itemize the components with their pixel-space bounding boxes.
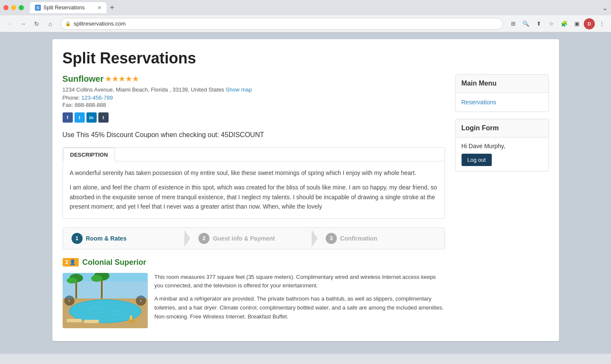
image-next-button[interactable]: ›: [136, 295, 146, 306]
translate-button[interactable]: ⊞: [507, 18, 519, 30]
address-bar[interactable]: 🔒 splitreservations.com: [60, 18, 503, 30]
page-wrapper: Split Reservations Sunflower ★ ★ ★ ★ ★: [0, 32, 611, 354]
logout-button[interactable]: Log out: [462, 154, 492, 166]
step-2-number: 2: [198, 233, 209, 244]
address-text: splitreservations.com: [74, 20, 126, 27]
star-4: ★: [126, 75, 132, 83]
sidebar: Main Menu Reservations Login Form Hi Dav…: [455, 74, 549, 328]
hotel-address: 1234 Collins Avenue, Miami Beach, Florid…: [63, 86, 445, 93]
hotel-phone: Phone: 123-456-789: [63, 95, 445, 101]
main-card: Split Reservations Sunflower ★ ★ ★ ★ ★: [52, 39, 559, 341]
tab-content: A wonderful serenity has taken possessio…: [63, 161, 445, 218]
image-prev-button[interactable]: ‹: [64, 295, 75, 306]
browser-window: S Split Reservations ✕ + ⌄ ← → ↻ ⌂ 🔒 spl…: [0, 0, 611, 364]
tab-label: Split Reservations: [43, 5, 85, 11]
star-2: ★: [112, 75, 118, 83]
minimize-window-button[interactable]: [11, 5, 16, 10]
window-controls: [3, 5, 24, 10]
step-3-number: 3: [326, 233, 337, 244]
room-name: Colonial Superior: [82, 258, 146, 267]
star-rating: ★ ★ ★ ★ ★: [105, 75, 138, 83]
phone-link[interactable]: 123-456-789: [81, 95, 113, 101]
login-form-body: Hi Dave Murphy, Log out: [456, 138, 548, 171]
room-capacity-badge: 2 👤: [63, 258, 79, 267]
zoom-button[interactable]: 🔍: [520, 18, 532, 30]
address-text: 1234 Collins Avenue, Miami Beach, Florid…: [63, 86, 224, 93]
tab-menu-button[interactable]: ⌄: [602, 4, 608, 12]
step-1-number: 1: [72, 233, 83, 244]
person-icon: 👤: [69, 259, 76, 265]
step-2: 2 Guest info & Payment: [190, 228, 317, 249]
hotel-fax: Fax: 888-888-888: [63, 102, 445, 108]
description-tab[interactable]: DESCRIPTION: [63, 148, 115, 161]
star-1: ★: [105, 75, 111, 83]
main-menu-title: Main Menu: [456, 75, 548, 93]
svg-point-4: [67, 278, 77, 284]
svg-rect-14: [84, 320, 99, 323]
room-description: This room measures 377 square feet (35 s…: [155, 273, 445, 328]
lock-icon: 🔒: [65, 21, 71, 26]
maximize-window-button[interactable]: [19, 5, 24, 10]
room-desc-p1: This room measures 377 square feet (35 s…: [155, 273, 445, 291]
forward-button[interactable]: →: [17, 18, 29, 30]
star-3: ★: [119, 75, 125, 83]
fax-label: Fax:: [63, 102, 73, 108]
room-image-svg: [63, 273, 148, 328]
user-greeting: Hi Dave Murphy,: [462, 143, 542, 149]
tabs-section: DESCRIPTION A wonderful serenity has tak…: [63, 147, 445, 219]
phone-label: Phone:: [63, 95, 80, 101]
login-form-title: Login Form: [456, 119, 548, 138]
reload-button[interactable]: ↻: [31, 18, 43, 30]
tab-close-button[interactable]: ✕: [98, 5, 101, 11]
bookmark-button[interactable]: ☆: [545, 18, 557, 30]
booking-steps: 1 Room & Rates 2 Guest info & Payment 3 …: [63, 227, 445, 249]
profile-avatar-button[interactable]: D: [584, 18, 595, 29]
content-layout: Sunflower ★ ★ ★ ★ ★ 1234 Collins Avenue,…: [63, 74, 549, 328]
social-icons: f t in t: [63, 112, 445, 123]
main-content: Sunflower ★ ★ ★ ★ ★ 1234 Collins Avenue,…: [63, 74, 445, 328]
tab-bar: S Split Reservations ✕ +: [30, 2, 116, 13]
tumblr-icon[interactable]: t: [98, 112, 109, 123]
fax-number: 888-888-888: [75, 102, 106, 108]
sidebar-toggle-button[interactable]: ▣: [571, 18, 583, 30]
hotel-name-section: Sunflower ★ ★ ★ ★ ★: [63, 74, 139, 84]
browser-tab-active[interactable]: S Split Reservations ✕: [30, 2, 106, 13]
more-options-button[interactable]: ⋮: [596, 18, 608, 30]
login-form-widget: Login Form Hi Dave Murphy, Log out: [455, 119, 549, 172]
step-3: 3 Confirmation: [317, 228, 445, 249]
browser-titlebar: S Split Reservations ✕ + ⌄: [0, 0, 611, 15]
facebook-icon[interactable]: f: [63, 112, 73, 123]
reservations-link[interactable]: Reservations: [462, 98, 542, 106]
svg-rect-16: [130, 315, 132, 320]
page-title: Split Reservations: [63, 49, 549, 67]
discount-text: Use This 45% Discount Coupon when checki…: [63, 131, 445, 139]
twitter-icon[interactable]: t: [75, 112, 85, 123]
step-1: 1 Room & Rates: [63, 228, 190, 249]
linkedin-icon[interactable]: in: [86, 112, 97, 123]
room-image-container: ‹ ›: [63, 273, 148, 328]
back-button[interactable]: ←: [3, 18, 15, 30]
room-layout: ‹ › This room measures 377 square feet (…: [63, 273, 445, 328]
room-header: 2 👤 Colonial Superior: [63, 258, 445, 267]
svg-rect-13: [67, 319, 82, 322]
room-capacity-number: 2: [66, 259, 69, 265]
main-menu-widget: Main Menu Reservations: [455, 74, 549, 112]
step-3-label: Confirmation: [340, 235, 377, 242]
room-desc-p2: A minibar and a refrigerator are provide…: [155, 295, 445, 321]
step-1-label: Room & Rates: [86, 235, 127, 242]
share-button[interactable]: ⬆: [533, 18, 545, 30]
main-menu-body: Reservations: [456, 93, 548, 112]
svg-point-7: [91, 275, 102, 282]
new-tab-button[interactable]: +: [108, 3, 116, 12]
show-map-link[interactable]: Show map: [226, 86, 252, 93]
home-button[interactable]: ⌂: [44, 18, 56, 30]
close-window-button[interactable]: [3, 5, 9, 10]
hotel-name: Sunflower: [63, 74, 104, 84]
browser-toolbar: ← → ↻ ⌂ 🔒 splitreservations.com ⊞ 🔍 ⬆ ☆ …: [0, 15, 611, 32]
extensions-button[interactable]: 🧩: [558, 18, 570, 30]
description-p1: A wonderful serenity has taken possessio…: [70, 168, 438, 178]
tab-list: DESCRIPTION: [63, 148, 445, 161]
step-2-label: Guest info & Payment: [213, 235, 275, 242]
description-p2: I am alone, and feel the charm of existe…: [70, 183, 438, 211]
tab-favicon-icon: S: [35, 5, 41, 11]
